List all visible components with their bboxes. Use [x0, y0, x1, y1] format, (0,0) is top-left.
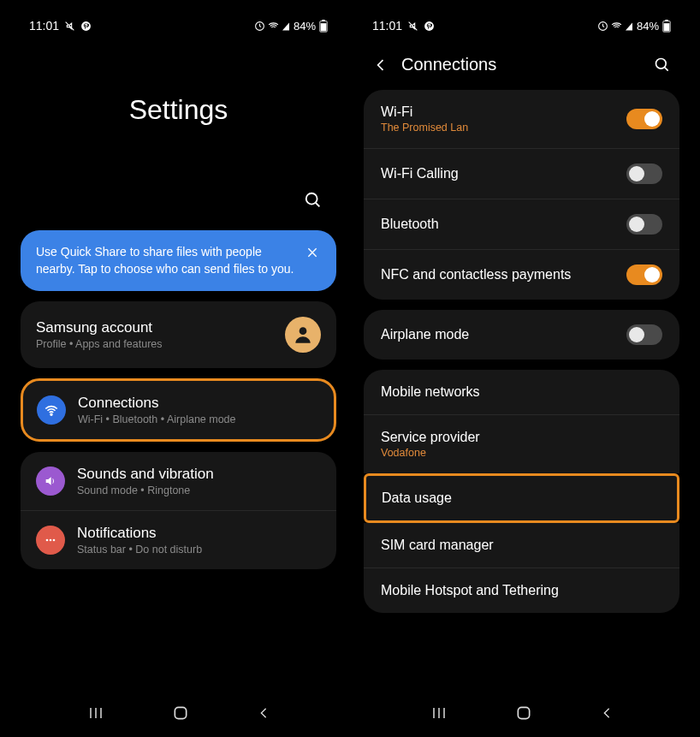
header-title: Connections [401, 55, 642, 74]
mobile-networks-title: Mobile networks [381, 384, 662, 400]
back-button[interactable] [372, 56, 389, 74]
header-bar: Connections [364, 43, 679, 90]
svg-point-23 [656, 58, 667, 68]
status-indicators [597, 21, 633, 32]
sound-icon [36, 467, 65, 496]
notifications-row[interactable]: Notifications Status bar • Do not distur… [21, 510, 336, 569]
account-sub: Profile • Apps and features [36, 338, 285, 350]
mute-icon [407, 21, 418, 32]
bluetooth-row[interactable]: Bluetooth [364, 199, 679, 249]
hotspot-row[interactable]: Mobile Hotspot and Tethering [364, 568, 679, 613]
navigation-bar [10, 692, 347, 728]
service-provider-title: Service provider [381, 430, 662, 445]
svg-point-0 [81, 21, 91, 31]
chevron-left-icon [372, 56, 389, 74]
data-usage-row[interactable]: Data usage [364, 473, 679, 523]
bluetooth-toggle[interactable] [626, 214, 662, 235]
wifi-row[interactable]: Wi-Fi The Promised Lan [364, 90, 679, 148]
status-bar: 11:01 84% [10, 9, 347, 43]
sounds-title: Sounds and vibration [77, 466, 321, 483]
sim-title: SIM card manager [381, 538, 662, 553]
pinterest-icon [80, 21, 92, 32]
notifications-title: Notifications [77, 525, 321, 542]
svg-rect-28 [518, 707, 529, 718]
wifi-calling-row[interactable]: Wi-Fi Calling [364, 148, 679, 199]
status-time: 11:01 [372, 19, 402, 33]
airplane-toggle[interactable] [626, 324, 662, 345]
nfc-title: NFC and contactless payments [381, 267, 616, 282]
mute-icon [64, 21, 75, 32]
svg-point-18 [424, 21, 434, 31]
connections-screen: 11:01 84% Connections [353, 9, 690, 728]
tip-close-button[interactable] [304, 244, 321, 261]
connections-highlight: Connections Wi-Fi • Bluetooth • Airplane… [21, 378, 336, 442]
quick-share-tip[interactable]: Use Quick Share to share files with peop… [21, 230, 336, 291]
home-button[interactable] [172, 704, 189, 722]
svg-rect-17 [175, 707, 186, 718]
svg-point-10 [50, 414, 52, 416]
connections-row[interactable]: Connections Wi-Fi • Bluetooth • Airplane… [23, 381, 334, 439]
samsung-account-row[interactable]: Samsung account Profile • Apps and featu… [21, 301, 336, 368]
wifi-sub: The Promised Lan [381, 122, 616, 134]
wifi-calling-title: Wi-Fi Calling [381, 166, 616, 181]
svg-rect-4 [322, 20, 324, 21]
data-usage-highlight: Data usage [364, 473, 679, 523]
status-time: 11:01 [29, 19, 59, 33]
airplane-row[interactable]: Airplane mode [364, 310, 679, 360]
mobile-networks-row[interactable]: Mobile networks [364, 370, 679, 414]
sounds-sub: Sound mode • Ringtone [77, 484, 321, 496]
svg-point-5 [306, 193, 317, 205]
svg-line-24 [665, 67, 668, 70]
back-button[interactable] [257, 705, 270, 721]
svg-point-12 [50, 539, 52, 542]
status-bar: 11:01 84% [353, 9, 690, 43]
svg-rect-3 [321, 23, 327, 31]
wifi-calling-toggle[interactable] [626, 163, 662, 184]
status-battery: 84% [637, 20, 659, 33]
navigation-bar [353, 692, 690, 728]
nfc-toggle[interactable] [626, 264, 662, 285]
data-usage-title: Data usage [382, 490, 661, 506]
svg-rect-21 [664, 23, 670, 31]
search-icon [654, 56, 671, 74]
nfc-row[interactable]: NFC and contactless payments [364, 249, 679, 300]
back-button[interactable] [600, 705, 614, 721]
account-title: Samsung account [36, 319, 285, 336]
battery-icon [662, 20, 671, 33]
wifi-icon [37, 395, 66, 425]
sounds-row[interactable]: Sounds and vibration Sound mode • Ringto… [21, 452, 336, 510]
status-indicators [254, 21, 290, 32]
avatar [285, 317, 321, 353]
notifications-icon [36, 526, 65, 555]
hotspot-title: Mobile Hotspot and Tethering [381, 583, 662, 598]
svg-rect-22 [665, 20, 667, 21]
status-battery: 84% [294, 20, 316, 33]
page-title: Settings [21, 43, 336, 186]
wifi-toggle[interactable] [626, 109, 662, 129]
tip-text: Use Quick Share to share files with peop… [36, 244, 295, 277]
connections-title: Connections [78, 395, 320, 412]
airplane-title: Airplane mode [381, 327, 616, 342]
svg-point-13 [53, 539, 56, 542]
sim-row[interactable]: SIM card manager [364, 523, 679, 568]
home-button[interactable] [515, 704, 532, 722]
search-icon [304, 191, 323, 210]
settings-screen: 11:01 84% Settings Use Quick [10, 9, 347, 728]
pinterest-icon [424, 21, 435, 32]
connections-sub: Wi-Fi • Bluetooth • Airplane mode [78, 413, 320, 425]
recents-button[interactable] [430, 705, 448, 721]
wifi-title: Wi-Fi [381, 104, 616, 120]
service-provider-row[interactable]: Service provider Vodafone [364, 414, 679, 473]
search-button[interactable] [654, 56, 671, 74]
person-icon [292, 324, 314, 346]
service-provider-sub: Vodafone [381, 447, 662, 459]
search-button[interactable] [299, 186, 328, 215]
notifications-sub: Status bar • Do not disturb [77, 544, 321, 556]
svg-point-9 [300, 328, 307, 336]
svg-point-11 [46, 539, 49, 542]
close-icon [306, 246, 319, 259]
recents-button[interactable] [87, 705, 104, 721]
battery-icon [319, 20, 328, 33]
svg-line-6 [316, 203, 320, 207]
bluetooth-title: Bluetooth [381, 217, 616, 232]
